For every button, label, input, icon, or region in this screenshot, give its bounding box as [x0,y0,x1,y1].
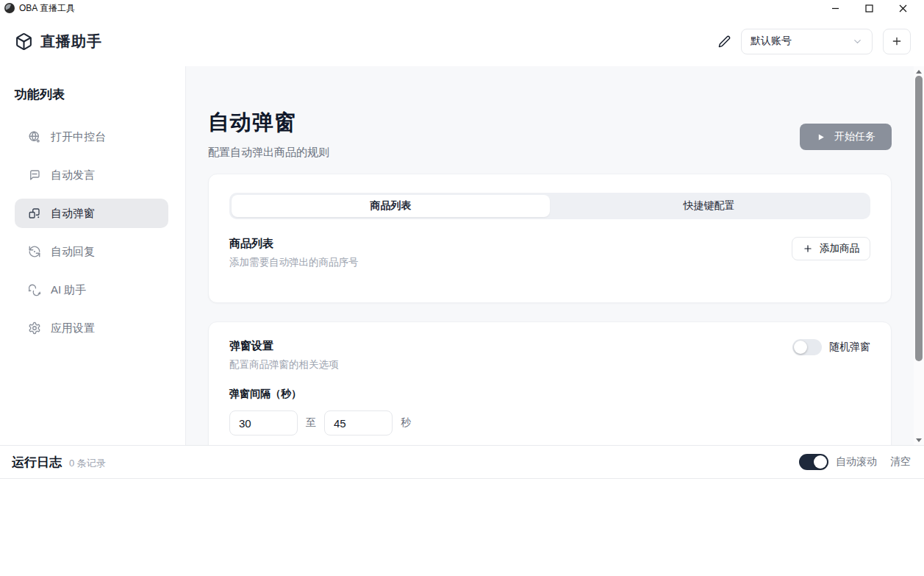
log-count: 0 条记录 [69,457,106,470]
titlebar-left: OBA 直播工具 [4,2,75,15]
scrollbar-thumb[interactable] [915,76,923,361]
close-button[interactable] [886,1,920,15]
add-product-button[interactable]: 添加商品 [792,237,870,260]
sidebar-item-ai-assistant[interactable]: AI 助手 [15,275,168,305]
log-bar: 运行日志 0 条记录 自动滚动 清空 [0,445,924,479]
popup-settings-description: 配置商品弹窗的相关选项 [229,358,339,371]
scroll-up-arrow-icon[interactable] [914,66,924,77]
product-list-row: 商品列表 添加需要自动弹出的商品序号 添加商品 [229,237,870,269]
popup-settings-text: 弹窗设置 配置商品弹窗的相关选项 [229,339,339,371]
minimize-button[interactable] [818,1,852,15]
tab-hotkey-config[interactable]: 快捷键配置 [550,195,868,217]
log-count-number: 0 [69,458,74,469]
interval-min-input[interactable] [229,410,298,435]
toggle-knob [814,455,827,469]
sidebar-item-open-console[interactable]: 打开中控台 [15,122,168,152]
scroll-down-arrow-icon[interactable] [914,435,924,445]
add-product-label: 添加商品 [820,242,859,255]
chat-icon [28,168,41,182]
app-header: 直播助手 默认账号 [0,16,924,66]
app-name: 直播助手 [40,32,102,51]
sidebar: 功能列表 打开中控台 自动发言 自动弹窗 [0,66,186,445]
random-popup-label: 随机弹窗 [829,341,870,354]
sidebar-item-auto-speak[interactable]: 自动发言 [15,160,168,190]
interval-unit: 秒 [401,416,411,430]
sidebar-item-label: 自动弹窗 [51,207,95,221]
interval-max-input[interactable] [324,410,393,435]
sidebar-item-auto-reply[interactable]: 自动回复 [15,237,168,266]
globe-icon [28,130,41,143]
account-select[interactable]: 默认账号 [741,29,873,54]
reply-icon [28,245,41,258]
sidebar-item-label: AI 助手 [51,283,86,297]
ai-icon [28,283,41,296]
start-task-label: 开始任务 [834,130,875,143]
titlebar: OBA 直播工具 [0,0,924,16]
app-window: OBA 直播工具 直播助手 默认账号 [0,0,924,576]
maximize-button[interactable] [852,1,886,15]
window-title: OBA 直播工具 [19,2,75,15]
main-content: 自动弹窗 配置自动弹出商品的规则 开始任务 商品列表 快捷键配置 [208,66,892,160]
sidebar-item-auto-popup[interactable]: 自动弹窗 [15,199,168,228]
app-icon [4,3,15,13]
interval-separator: 至 [306,416,316,430]
toggle-knob [794,341,807,354]
start-task-button[interactable]: 开始任务 [800,124,892,150]
popup-settings-title: 弹窗设置 [229,339,339,353]
page-head: 自动弹窗 配置自动弹出商品的规则 开始任务 [208,66,892,160]
product-list-description: 添加需要自动弹出的商品序号 [229,256,359,269]
random-popup-toggle-group: 随机弹窗 [792,339,870,355]
tab-product-list[interactable]: 商品列表 [232,195,550,217]
log-title: 运行日志 [12,454,62,471]
main-panel: 自动弹窗 配置自动弹出商品的规则 开始任务 商品列表 快捷键配置 [186,66,924,445]
popup-settings-row: 弹窗设置 配置商品弹窗的相关选项 随机弹窗 [229,339,870,371]
interval-label: 弹窗间隔（秒） [229,388,870,401]
page-subtitle: 配置自动弹出商品的规则 [208,146,892,160]
autoscroll-toggle[interactable] [799,454,828,470]
chevron-down-icon [852,36,863,47]
add-account-button[interactable] [883,29,911,54]
log-bar-left: 运行日志 0 条记录 [12,454,106,471]
sidebar-item-label: 应用设置 [51,321,95,335]
autoscroll-label: 自动滚动 [836,455,877,469]
tab-bar: 商品列表 快捷键配置 [229,193,870,219]
vertical-scrollbar [914,66,924,445]
account-select-value: 默认账号 [751,35,792,48]
header-actions: 默认账号 [718,29,911,54]
product-list-card: 商品列表 快捷键配置 商品列表 添加需要自动弹出的商品序号 添加商品 [208,174,892,303]
brand: 直播助手 [15,32,102,51]
edit-account-icon[interactable] [718,35,731,48]
popup-icon [28,207,41,220]
package-icon [15,32,33,51]
popup-settings-card: 弹窗设置 配置商品弹窗的相关选项 随机弹窗 弹窗间隔（秒） 至 秒 [208,321,892,445]
sidebar-item-label: 自动发言 [51,168,95,182]
clear-log-button[interactable]: 清空 [890,455,911,469]
window-controls [818,1,920,15]
sidebar-item-label: 自动回复 [51,245,95,259]
log-count-label: 条记录 [77,458,106,469]
random-popup-toggle[interactable] [792,339,822,355]
plus-icon [803,243,813,254]
play-icon [816,132,825,142]
interval-row: 至 秒 [229,410,870,435]
log-bar-right: 自动滚动 清空 [799,454,911,470]
sidebar-item-app-settings[interactable]: 应用设置 [15,313,168,343]
sidebar-heading: 功能列表 [0,86,185,103]
product-list-text: 商品列表 添加需要自动弹出的商品序号 [229,237,359,269]
body: 功能列表 打开中控台 自动发言 自动弹窗 [0,66,924,445]
page-title: 自动弹窗 [208,108,892,138]
autoscroll-toggle-group: 自动滚动 [799,454,877,470]
sidebar-item-label: 打开中控台 [51,130,106,144]
gear-icon [28,321,41,335]
product-list-title: 商品列表 [229,237,359,251]
